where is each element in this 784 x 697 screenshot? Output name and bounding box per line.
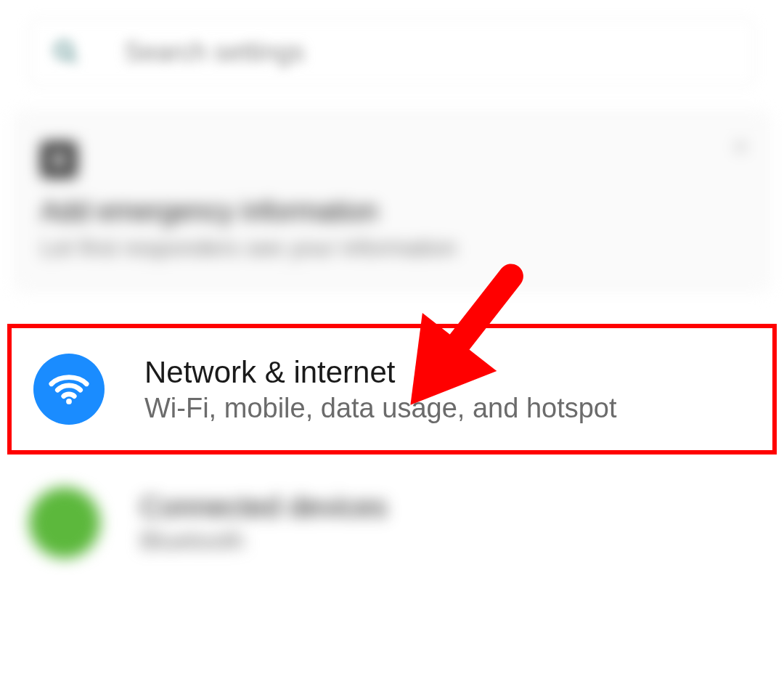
- emergency-title: Add emergency information: [41, 196, 743, 227]
- network-title: Network & internet: [144, 354, 617, 391]
- wifi-icon: [33, 354, 105, 425]
- close-icon[interactable]: ×: [734, 134, 747, 159]
- connected-subtitle: Bluetooth: [140, 526, 387, 555]
- svg-line-1: [70, 56, 76, 62]
- svg-point-2: [66, 399, 72, 404]
- devices-icon: [29, 487, 100, 558]
- search-placeholder: Search settings: [124, 37, 304, 68]
- search-bar[interactable]: Search settings: [29, 18, 755, 86]
- emergency-subtitle: Let first responders see your informatio…: [41, 235, 743, 261]
- settings-item-connected-devices[interactable]: Connected devices Bluetooth: [29, 487, 755, 558]
- search-icon: [52, 38, 81, 67]
- svg-point-0: [57, 43, 72, 58]
- network-subtitle: Wi-Fi, mobile, data usage, and hotspot: [144, 393, 617, 424]
- plus-icon: [41, 142, 77, 178]
- emergency-info-card[interactable]: × Add emergency information Let first re…: [15, 112, 769, 291]
- connected-title: Connected devices: [140, 491, 387, 523]
- settings-item-network[interactable]: Network & internet Wi-Fi, mobile, data u…: [7, 324, 777, 455]
